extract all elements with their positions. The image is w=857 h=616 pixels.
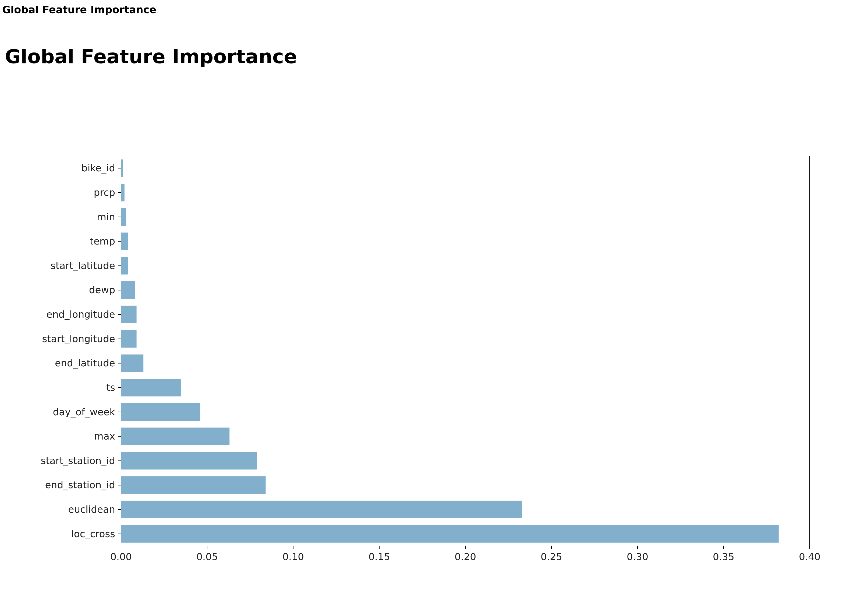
bar-loc_cross: [121, 525, 779, 543]
bar-max: [121, 428, 229, 445]
bar-min: [121, 208, 126, 226]
y-tick-label: end_longitude: [46, 309, 115, 320]
bar-day_of_week: [121, 403, 200, 421]
x-tick-label: 0.15: [368, 551, 390, 562]
section-heading-large: Global Feature Importance: [5, 45, 846, 68]
x-tick-label: 0.25: [541, 551, 562, 562]
bar-end_longitude: [121, 306, 137, 323]
y-tick-label: bike_id: [82, 163, 115, 173]
chart-svg: 0.000.050.100.150.200.250.300.350.40bike…: [0, 110, 834, 594]
page: Global Feature Importance Global Feature…: [0, 0, 857, 616]
bar-dewp: [121, 282, 135, 299]
bar-bike_id: [121, 159, 123, 177]
bar-temp: [121, 233, 128, 250]
x-tick-label: 0.30: [627, 551, 648, 562]
bar-ts: [121, 379, 181, 396]
bar-euclidean: [121, 501, 522, 518]
y-tick-label: max: [94, 431, 115, 442]
x-tick-label: 0.40: [799, 551, 820, 562]
x-tick-label: 0.35: [713, 551, 734, 562]
y-tick-label: ts: [106, 382, 115, 393]
y-tick-label: end_latitude: [55, 358, 115, 368]
y-tick-label: end_station_id: [45, 479, 115, 491]
bar-start_longitude: [121, 330, 137, 348]
y-tick-label: euclidean: [68, 504, 115, 515]
x-tick-label: 0.00: [110, 551, 132, 562]
y-tick-label: start_longitude: [42, 333, 115, 344]
y-tick-label: start_station_id: [40, 455, 115, 466]
y-tick-label: min: [97, 211, 115, 223]
y-tick-label: day_of_week: [53, 407, 115, 418]
x-tick-label: 0.05: [196, 551, 218, 562]
x-tick-label: 0.10: [282, 551, 304, 562]
y-tick-label: loc_cross: [71, 528, 115, 539]
bar-end_latitude: [121, 354, 143, 372]
y-tick-label: prcp: [94, 187, 115, 198]
bar-start_latitude: [121, 257, 128, 274]
section-heading-small: Global Feature Importance: [2, 4, 846, 15]
feature-importance-chart: 0.000.050.100.150.200.250.300.350.40bike…: [0, 110, 834, 596]
y-tick-label: start_latitude: [51, 260, 115, 271]
bar-prcp: [121, 184, 125, 201]
bar-start_station_id: [121, 452, 257, 469]
y-tick-label: dewp: [89, 284, 115, 296]
y-tick-label: temp: [90, 236, 115, 247]
x-tick-label: 0.20: [455, 551, 476, 562]
bar-end_station_id: [121, 477, 266, 494]
